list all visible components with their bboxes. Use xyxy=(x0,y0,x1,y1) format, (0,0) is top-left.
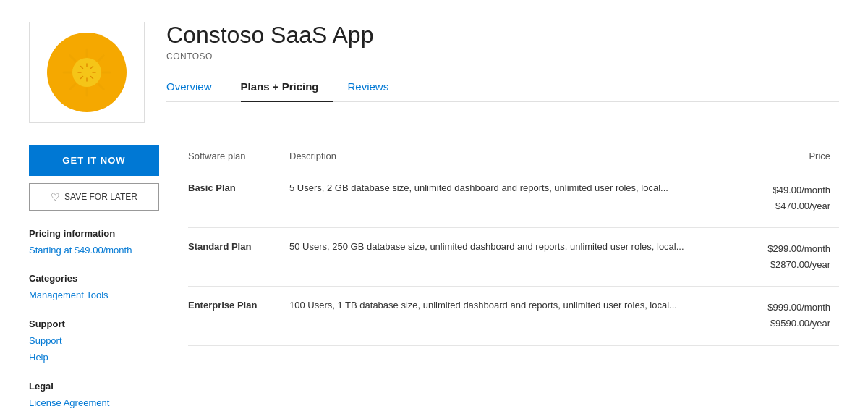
table-row: Basic Plan 5 Users, 2 GB database size, … xyxy=(188,169,839,228)
svg-line-7 xyxy=(98,56,103,61)
plan-description-2: 100 Users, 1 TB database size, unlimited… xyxy=(289,287,757,345)
heart-icon: ♡ xyxy=(51,191,60,203)
categories-title: Categories xyxy=(29,273,159,284)
tab-overview[interactable]: Overview xyxy=(166,73,226,101)
plan-name-0: Basic Plan xyxy=(188,169,289,228)
tabs-wrapper: Overview Plans + Pricing Reviews xyxy=(166,73,839,102)
license-agreement-link[interactable]: License Agreement xyxy=(29,395,159,409)
pricing-table: Software plan Description Price Basic Pl… xyxy=(188,145,839,346)
plan-price-0: $49.00/month$470.00/year xyxy=(757,169,839,228)
col-header-description: Description xyxy=(289,145,757,169)
table-row: Standard Plan 50 Users, 250 GB database … xyxy=(188,228,839,287)
app-logo-circle xyxy=(47,33,127,112)
plan-price-2: $999.00/month$9590.00/year xyxy=(757,287,839,345)
plan-name-1: Standard Plan xyxy=(188,228,289,287)
col-header-price: Price xyxy=(757,145,839,169)
plan-name-2: Enterprise Plan xyxy=(188,287,289,345)
plan-description-0: 5 Users, 2 GB database size, unlimited d… xyxy=(289,169,757,228)
plan-description-1: 50 Users, 250 GB database size, unlimite… xyxy=(289,228,757,287)
table-row: Enterprise Plan 100 Users, 1 TB database… xyxy=(188,287,839,345)
svg-line-6 xyxy=(98,84,103,89)
plan-price-1: $299.00/month$2870.00/year xyxy=(757,228,839,287)
app-logo-box xyxy=(29,22,145,123)
categories-value[interactable]: Management Tools xyxy=(29,287,159,303)
pricing-info-value[interactable]: Starting at $49.00/month xyxy=(29,242,159,258)
tab-reviews[interactable]: Reviews xyxy=(347,73,403,101)
support-title: Support xyxy=(29,319,159,329)
sidebar-categories: Categories Management Tools xyxy=(29,273,159,303)
support-link[interactable]: Support xyxy=(29,332,159,349)
pricing-info-title: Pricing information xyxy=(29,228,159,239)
sidebar-legal: Legal License Agreement Privacy Policy xyxy=(29,381,159,409)
legal-title: Legal xyxy=(29,381,159,392)
svg-line-5 xyxy=(70,56,75,61)
app-publisher: CONTOSO xyxy=(166,51,839,62)
app-info: Constoso SaaS App CONTOSO Overview Plans… xyxy=(166,22,839,102)
help-link[interactable]: Help xyxy=(29,349,159,366)
header-section: Constoso SaaS App CONTOSO Overview Plans… xyxy=(29,22,839,123)
svg-line-8 xyxy=(70,84,75,89)
save-for-later-button[interactable]: ♡ SAVE FOR LATER xyxy=(29,183,159,211)
save-for-later-label: SAVE FOR LATER xyxy=(64,192,137,202)
main-layout: GET IT NOW ♡ SAVE FOR LATER Pricing info… xyxy=(29,145,839,409)
sidebar-support: Support Support Help xyxy=(29,319,159,366)
tab-plans-pricing[interactable]: Plans + Pricing xyxy=(241,73,333,101)
col-header-plan: Software plan xyxy=(188,145,289,169)
content-area: Software plan Description Price Basic Pl… xyxy=(188,145,839,346)
page-container: Constoso SaaS App CONTOSO Overview Plans… xyxy=(0,0,868,409)
tabs: Overview Plans + Pricing Reviews xyxy=(166,73,839,101)
get-it-now-button[interactable]: GET IT NOW xyxy=(29,145,159,176)
sidebar: GET IT NOW ♡ SAVE FOR LATER Pricing info… xyxy=(29,145,159,409)
app-title: Constoso SaaS App xyxy=(166,22,839,49)
sidebar-pricing-info: Pricing information Starting at $49.00/m… xyxy=(29,228,159,258)
sun-icon xyxy=(58,43,116,101)
